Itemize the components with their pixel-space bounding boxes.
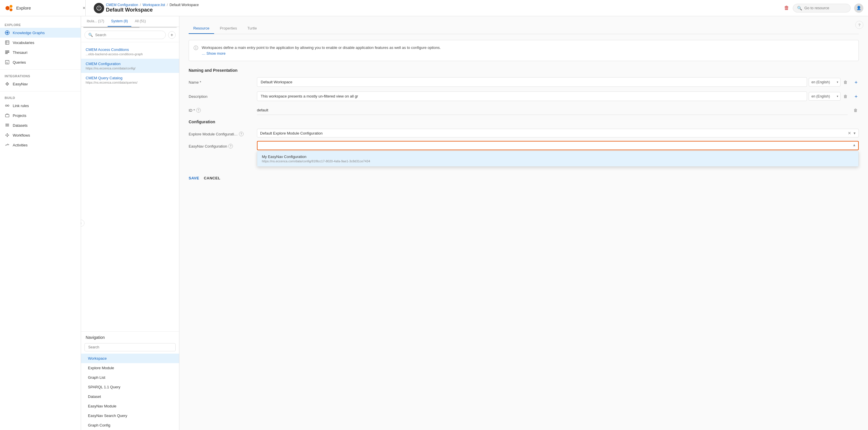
navigation-section-title: Navigation (81, 331, 179, 342)
name-add-button[interactable]: + (853, 79, 859, 87)
datasets-icon (5, 123, 10, 128)
vocabularies-icon (5, 40, 10, 45)
activities-icon (5, 142, 10, 148)
id-input[interactable] (257, 105, 848, 115)
graph-list: CMEM Access Conditions ...elds-backend-a… (81, 42, 179, 331)
add-button[interactable]: + (168, 31, 176, 39)
sidebar-item-datasets[interactable]: Datasets (0, 120, 81, 130)
nav-item-explore-module[interactable]: Explore Module (81, 363, 179, 373)
breadcrumb-item-1[interactable]: CMEM Configuration (106, 3, 138, 7)
sidebar-item-link-rules[interactable]: Link rules (0, 101, 81, 111)
content-area: ‹ ibula... (17) System (8) All (51) � (81, 16, 868, 430)
id-help-icon[interactable]: ? (196, 108, 201, 113)
show-more-link[interactable]: … Show more (202, 51, 225, 56)
sidebar-item-queries[interactable]: q Queries (0, 57, 81, 67)
detail-tab-turtle[interactable]: Turtle (243, 23, 261, 34)
explore-config-help-icon[interactable]: ? (239, 132, 244, 136)
svg-rect-25 (5, 125, 9, 125)
nav-item-workspace[interactable]: Workspace (81, 354, 179, 363)
easynav-config-row: EasyNav Configuration ? ▾ My EasyNav Con… (189, 141, 859, 167)
description-input[interactable] (257, 91, 807, 101)
sidebar-label-easynav: EasyNav (13, 82, 28, 86)
dropdown-item-my-easynav[interactable]: My EasyNav Configuration https://ns.ecce… (257, 151, 859, 166)
list-item-cmem-config[interactable]: CMEM Configuration https://ns.eccenca.co… (81, 59, 179, 73)
easynav-icon (5, 81, 10, 87)
description-add-button[interactable]: + (853, 93, 859, 101)
breadcrumb-item-2[interactable]: Workspace.list (143, 3, 165, 7)
close-button[interactable]: × (83, 5, 85, 11)
sidebar-label-workflows: Workflows (13, 133, 30, 137)
config-section: Configuration Explore Module Configurati… (189, 120, 859, 167)
nav-item-graph-config[interactable]: Graph Config (81, 421, 179, 430)
list-item-cmem-access[interactable]: CMEM Access Conditions ...elds-backend-a… (81, 44, 179, 59)
search-resource-input[interactable] (804, 6, 845, 10)
topbar: Explore × CMEM Configuration / Workspace… (0, 0, 868, 16)
description-lang-select[interactable]: en (English) (809, 92, 840, 101)
sidebar-item-thesauri[interactable]: Thesauri (0, 48, 81, 57)
nav-item-easynav-module[interactable]: EasyNav Module (81, 401, 179, 411)
sidebar-item-activities[interactable]: Activities (0, 140, 81, 150)
svg-point-28 (7, 133, 8, 134)
explore-config-input-wrapper: Default Explore Module Configuration ✕ ▾ (257, 129, 859, 137)
sidebar-label-projects: Projects (13, 114, 26, 118)
info-text-content: Workspaces define a main entry point to … (202, 45, 441, 56)
name-lang-wrapper: en (English) (809, 78, 840, 87)
panel-search-wrapper[interactable]: 🔍 (85, 31, 166, 39)
sidebar-item-vocabularies[interactable]: Vocabularies (0, 38, 81, 48)
nav-item-easynav-search[interactable]: EasyNav Search Query (81, 411, 179, 421)
name-lang-select[interactable]: en (English) (809, 78, 840, 87)
nav-item-sparql[interactable]: SPARQL 1.1 Query (81, 382, 179, 392)
list-item-title: CMEM Query Catalog (86, 76, 175, 80)
sidebar-item-workflows[interactable]: Workflows (0, 130, 81, 140)
nav-item-graph-list[interactable]: Graph List (81, 373, 179, 382)
tab-all[interactable]: All (51) (131, 16, 149, 27)
save-button[interactable]: SAVE (189, 174, 199, 183)
page-title-block: CMEM Configuration / Workspace.list / De… (106, 3, 199, 13)
sidebar-item-projects[interactable]: Projects (0, 111, 81, 120)
explore-config-dropdown-button[interactable]: ▾ (854, 131, 856, 135)
sidebar-label-link-rules: Link rules (13, 103, 29, 108)
id-delete-button[interactable]: 🗑 (852, 107, 859, 114)
description-delete-button[interactable]: 🗑 (842, 93, 848, 100)
help-icon-top[interactable]: ? (855, 21, 863, 29)
svg-point-29 (8, 134, 9, 136)
detail-tab-properties[interactable]: Properties (215, 23, 242, 34)
nav-item-dataset[interactable]: Dataset (81, 392, 179, 401)
name-input[interactable] (257, 77, 807, 87)
easynav-config-input-wrapper[interactable]: ▾ (257, 141, 859, 150)
tab-system[interactable]: System (8) (107, 16, 131, 27)
search-icon: 🔍 (88, 33, 93, 37)
nav-search-input[interactable] (85, 343, 176, 351)
easynav-config-help-icon[interactable]: ? (228, 144, 233, 149)
detail-tab-resource[interactable]: Resource (189, 23, 214, 34)
user-avatar[interactable]: 👤 (854, 3, 863, 13)
explore-config-value-text: Default Explore Module Configuration (260, 131, 845, 135)
svg-rect-14 (5, 52, 9, 53)
search-resource-container[interactable]: 🔍 (793, 4, 850, 12)
easynav-config-value-area: ▾ My EasyNav Configuration https://ns.ec… (257, 141, 859, 167)
breadcrumb-item-3: Default Workspace (169, 3, 199, 7)
dropdown-item-sub: https://ns.eccenca.com/data/config/81f8c… (262, 159, 854, 163)
nav-search-wrapper (85, 343, 176, 351)
sidebar-item-knowledge-graphs[interactable]: Knowledge Graphs (0, 28, 81, 38)
delete-button[interactable]: 🗑 (784, 5, 789, 11)
name-delete-button[interactable]: 🗑 (842, 79, 848, 86)
list-item-title: CMEM Configuration (86, 62, 175, 66)
tab-tabula[interactable]: ibula... (17) (83, 16, 107, 27)
cancel-button[interactable]: CANCEL (204, 174, 220, 183)
easynav-config-dropdown-button[interactable]: ▾ (853, 143, 855, 148)
svg-point-0 (5, 6, 9, 10)
sidebar-item-easynav[interactable]: EasyNav (0, 79, 81, 89)
sidebar-label-knowledge-graphs: Knowledge Graphs (13, 31, 45, 35)
left-panel: ‹ ibula... (17) System (8) All (51) � (81, 16, 179, 430)
panel-search-input[interactable] (95, 33, 162, 37)
sidebar-label-thesauri: Thesauri (13, 50, 28, 55)
name-value-area: en (English) 🗑 (257, 77, 848, 87)
svg-point-2 (9, 8, 12, 11)
explore-config-clear-button[interactable]: ✕ (848, 131, 851, 135)
list-item-cmem-query[interactable]: CMEM Query Catalog https://ns.eccenca.co… (81, 73, 179, 87)
nav-list: Workspace Explore Module Graph List SPAR… (81, 354, 179, 430)
svg-rect-24 (5, 124, 9, 124)
config-section-heading: Configuration (189, 120, 859, 124)
svg-rect-15 (5, 53, 8, 54)
